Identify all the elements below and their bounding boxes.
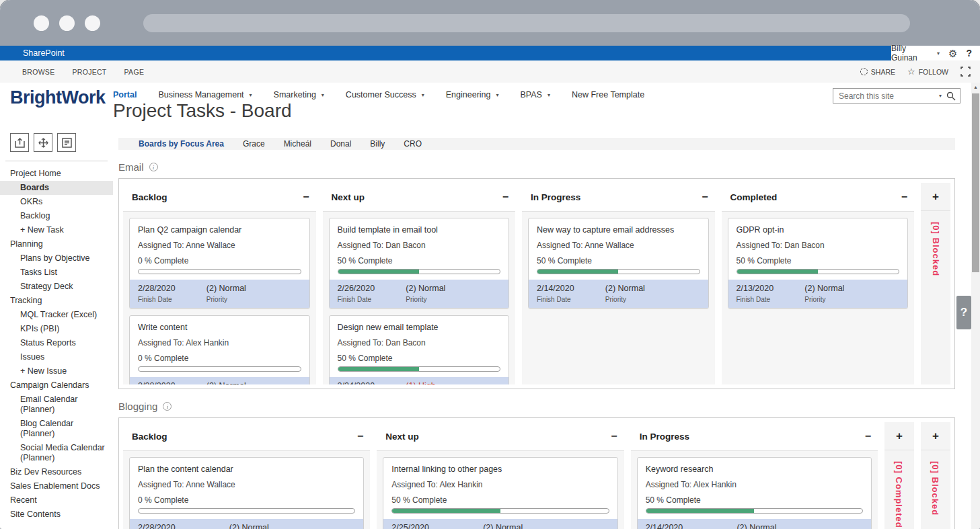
window-control-dots[interactable] <box>34 15 100 31</box>
ribbon-tab-project[interactable]: PROJECT <box>72 68 106 76</box>
task-percent-complete: 0 % Complete <box>138 354 301 363</box>
task-card[interactable]: Build template in email tool Assigned To… <box>329 218 510 309</box>
task-card[interactable]: Write content Assigned To: Alex Hankin 0… <box>129 315 310 384</box>
sidebar-item-backlog[interactable]: Backlog <box>0 209 113 223</box>
priority-label: Priority <box>206 296 301 303</box>
view-tab-donal[interactable]: Donal <box>321 139 361 149</box>
brightwork-logo[interactable]: BrightWork <box>10 87 106 108</box>
collapse-column-button[interactable]: − <box>502 191 508 203</box>
search-icon[interactable] <box>946 91 956 101</box>
top-nav-portal[interactable]: Portal <box>113 90 137 99</box>
collapse-column-button[interactable]: − <box>357 430 363 442</box>
star-icon: ☆ <box>907 67 915 77</box>
window-dot[interactable] <box>85 15 100 31</box>
address-bar[interactable] <box>143 14 910 32</box>
sidebar-item-status-reports[interactable]: Status Reports <box>0 336 113 350</box>
task-assigned-to: Assigned To: Dan Bacon <box>338 241 501 250</box>
view-tab-cro[interactable]: CRO <box>394 139 431 149</box>
expand-column-button[interactable]: + <box>921 422 950 450</box>
sidebar-item-biz-dev-resources[interactable]: Biz Dev Resources <box>0 465 113 479</box>
task-percent-complete: 0 % Complete <box>138 256 301 266</box>
sidebar-item-project-home[interactable]: Project Home <box>0 167 113 181</box>
view-tab-miche-l[interactable]: Micheál <box>274 139 321 149</box>
sidebar-item-kpis-pbi[interactable]: KPIs (PBI) <box>0 322 113 336</box>
column-title: Completed <box>730 192 778 202</box>
sidebar-item-email-calendar-planner[interactable]: Email Calendar (Planner) <box>0 393 113 417</box>
finish-date-value: 2/28/2020 <box>138 284 206 293</box>
expand-column-button[interactable]: + <box>884 422 914 450</box>
sidebar-item-tasks-list[interactable]: Tasks List <box>0 266 113 280</box>
collapse-column-button[interactable]: − <box>865 430 871 442</box>
sidebar-item-recent[interactable]: Recent <box>0 493 113 507</box>
sidebar-item-blog-calendar-planner[interactable]: Blog Calendar (Planner) <box>0 417 113 441</box>
sidebar-item-planning[interactable]: Planning <box>0 237 113 251</box>
expand-column-button[interactable]: + <box>921 183 950 211</box>
task-card[interactable]: Keyword research Assigned To: Alex Hanki… <box>637 457 872 529</box>
help-tab-button[interactable]: ? <box>956 296 971 329</box>
task-card[interactable]: Plan Q2 campaign calendar Assigned To: A… <box>129 218 310 309</box>
info-icon[interactable]: i <box>163 402 172 411</box>
share-button[interactable]: SHARE <box>860 68 895 76</box>
sidebar-item-strategy-deck[interactable]: Strategy Deck <box>0 280 113 294</box>
sidebar-item-new-task[interactable]: + New Task <box>0 223 113 237</box>
search-input[interactable] <box>837 91 939 101</box>
gear-icon[interactable]: ⚙ <box>948 48 957 58</box>
finish-date-value: 2/28/2020 <box>138 523 229 529</box>
promote-button[interactable] <box>10 133 29 152</box>
sidebar-item-boards[interactable]: Boards <box>0 181 113 195</box>
collapse-column-button[interactable]: − <box>303 191 309 203</box>
task-card-footer: 2/13/2020 Finish Date (2) Normal Priorit… <box>728 280 908 308</box>
collapse-column-button[interactable]: − <box>901 191 907 203</box>
scroll-up-arrow-icon[interactable]: ▲ <box>971 83 980 92</box>
task-card[interactable]: GDPR opt-in Assigned To: Dan Bacon 50 % … <box>728 218 909 309</box>
window-dot[interactable] <box>59 15 75 31</box>
view-tab-billy[interactable]: Billy <box>361 139 394 149</box>
sidebar-item-social-media-calendar-planner[interactable]: Social Media Calendar (Planner) <box>0 441 113 465</box>
task-card[interactable]: New way to capture email addresses Assig… <box>528 218 709 309</box>
focus-mode-button[interactable] <box>960 67 971 77</box>
page-body: BrightWork PortalBusiness Management▾Sma… <box>0 83 980 529</box>
info-icon[interactable]: i <box>149 163 158 171</box>
priority-label: Priority <box>406 296 500 303</box>
sidebar-item-issues[interactable]: Issues <box>0 350 113 364</box>
task-card[interactable]: Design new email template Assigned To: D… <box>329 315 510 384</box>
task-title: Design new email template <box>338 323 501 332</box>
top-nav-new-free-template[interactable]: New Free Template <box>572 90 644 99</box>
task-card[interactable]: Plan the content calendar Assigned To: A… <box>129 457 364 529</box>
search-scope-caret-icon[interactable]: ▾ <box>939 93 942 99</box>
collapse-column-button[interactable]: − <box>702 191 708 203</box>
view-tab-boards-by-focus-area[interactable]: Boards by Focus Area <box>129 139 233 149</box>
list-view-button[interactable] <box>57 133 76 152</box>
view-tab-grace[interactable]: Grace <box>233 139 274 149</box>
sidebar-item-okrs[interactable]: OKRs <box>0 195 113 209</box>
sidebar-item-plans-by-objective[interactable]: Plans by Objective <box>0 251 113 266</box>
scrollbar-thumb[interactable] <box>972 93 979 272</box>
window-dot[interactable] <box>34 15 49 31</box>
export-icon <box>14 137 26 149</box>
top-nav-smarketing[interactable]: Smarketing▾ <box>274 90 324 99</box>
ribbon-tab-page[interactable]: PAGE <box>124 68 145 76</box>
browser-window: SharePoint Billy Guinan ▾ ⚙ ? BROWSEPROJ… <box>0 0 980 529</box>
chevron-down-icon: ▾ <box>937 50 940 56</box>
ribbon-tab-browse[interactable]: BROWSE <box>22 68 54 76</box>
sidebar-item-site-contents[interactable]: Site Contents <box>0 507 113 522</box>
sidebar-item-sales-enablement-docs[interactable]: Sales Enablement Docs <box>0 479 113 493</box>
focus-icon <box>960 67 971 77</box>
sidebar-item-campaign-calendars[interactable]: Campaign Calendars <box>0 378 113 393</box>
user-menu[interactable]: Billy Guinan ▾ <box>891 44 940 63</box>
follow-button[interactable]: ☆ FOLLOW <box>907 67 948 77</box>
collapsed-column-label: [0] Blocked <box>930 461 940 516</box>
top-nav-bpas[interactable]: BPAS▾ <box>521 90 550 99</box>
sidebar-item-new-issue[interactable]: + New Issue <box>0 364 113 378</box>
top-nav-customer-success[interactable]: Customer Success▾ <box>346 90 424 99</box>
help-icon[interactable]: ? <box>966 48 972 58</box>
sidebar-item-mql-tracker-excel[interactable]: MQL Tracker (Excel) <box>0 308 113 322</box>
scrollbar[interactable]: ▲ <box>971 83 980 529</box>
collapse-column-button[interactable]: − <box>611 430 617 442</box>
task-card[interactable]: Internal linking to other pages Assigned… <box>383 457 617 529</box>
move-button[interactable] <box>34 133 52 152</box>
task-title: Internal linking to other pages <box>391 464 609 474</box>
sidebar-item-tracking[interactable]: Tracking <box>0 294 113 308</box>
top-nav-business-management[interactable]: Business Management▾ <box>158 90 252 99</box>
top-nav-engineering[interactable]: Engineering▾ <box>446 90 499 99</box>
